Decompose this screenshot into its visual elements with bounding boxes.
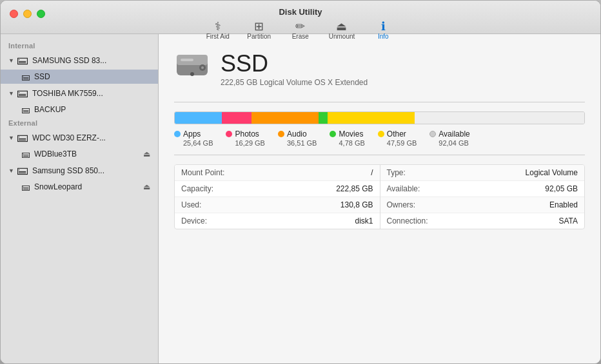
window-title: Disk Utility — [279, 7, 322, 17]
svg-rect-4 — [181, 59, 193, 61]
first-aid-button[interactable]: ⚕ First Aid — [199, 19, 237, 41]
connection-value: SATA — [558, 216, 578, 225]
legend-value-movies: 4,78 GB — [330, 139, 364, 147]
legend-label-available: Available — [438, 129, 469, 139]
sidebar-item-samsung-ssd[interactable]: ▼ 🖴 SAMSUNG SSD 83... — [1, 51, 158, 70]
legend-label-other: Other — [387, 129, 406, 139]
legend-label-photos: Photos — [235, 129, 259, 139]
backup-label: BACKUP — [34, 105, 66, 114]
legend-movies: Movies 4,78 GB — [330, 129, 364, 147]
erase-button[interactable]: ✏ Erase — [281, 19, 320, 41]
toshiba-label: TOSHIBA MK7559... — [32, 89, 103, 98]
usage-bar — [174, 111, 585, 124]
volume-icon-wdblue: 🖴 — [21, 149, 30, 159]
first-aid-label: First Aid — [206, 33, 230, 40]
sidebar-item-toshiba[interactable]: ▼ 🖴 TOSHIBA MK7559... — [1, 84, 158, 102]
minimize-button[interactable] — [23, 10, 32, 18]
separator-2 — [174, 155, 585, 155]
used-value: 130,8 GB — [340, 200, 373, 209]
erase-label: Erase — [292, 33, 309, 40]
disk-subtitle: 222,85 GB Logical Volume OS X Extended — [221, 78, 368, 87]
usage-bar-container: Apps 25,64 GB Photos 16,29 GB — [174, 111, 585, 147]
partition-label: Partition — [247, 33, 271, 40]
volume-icon-backup: 🖴 — [21, 104, 30, 115]
legend-value-other: 47,59 GB — [378, 139, 417, 147]
samsung-ssd-label: SAMSUNG SSD 83... — [32, 56, 106, 65]
eject-snowleopard-button[interactable]: ⏏ — [143, 182, 150, 191]
used-label: Used: — [181, 200, 201, 209]
erase-icon: ✏ — [295, 21, 305, 32]
unmount-label: Unmount — [329, 33, 355, 40]
mount-point-value: / — [371, 168, 373, 177]
usage-other — [328, 112, 415, 124]
sidebar-item-wdblue[interactable]: 🖴 WDBlue3TB ⏏ — [1, 147, 158, 161]
volume-icon-snowleopard: 🖴 — [21, 182, 30, 192]
ssd-label: SSD — [34, 72, 50, 81]
disk-utility-window: Disk Utility ⚕ First Aid ⊞ Partition ✏ E… — [0, 0, 601, 364]
legend-value-available: 92,04 GB — [429, 139, 468, 147]
maximize-button[interactable] — [37, 10, 45, 18]
partition-button[interactable]: ⊞ Partition — [240, 19, 279, 41]
info-button[interactable]: ℹ Info — [364, 19, 402, 41]
sidebar-item-snowleopard[interactable]: 🖴 SnowLeopard ⏏ — [1, 180, 158, 194]
partition-icon: ⊞ — [254, 21, 264, 32]
snowleopard-label: SnowLeopard — [34, 182, 82, 191]
info-capacity: Capacity: 222,85 GB — [175, 181, 380, 197]
mount-point-label: Mount Point: — [181, 168, 224, 177]
legend-dot-photos — [226, 131, 232, 137]
chevron-icon-toshiba: ▼ — [8, 90, 14, 97]
disk-icon-850: 🖴 — [17, 164, 28, 177]
chevron-icon-wdc: ▼ — [8, 135, 14, 141]
usage-movies — [319, 112, 327, 124]
info-used: Used: 130,8 GB — [175, 197, 380, 213]
disk-icon-wdc: 🖴 — [17, 131, 28, 144]
titlebar: Disk Utility ⚕ First Aid ⊞ Partition ✏ E… — [1, 1, 600, 34]
disk-name: SSD — [221, 52, 368, 75]
eject-wdblue-button[interactable]: ⏏ — [143, 149, 150, 158]
device-value: disk1 — [355, 216, 373, 225]
info-col-right: Type: Logical Volume Available: 92,05 GB… — [380, 165, 585, 229]
device-label: Device: — [181, 216, 207, 225]
available-label: Available: — [387, 184, 420, 193]
toolbar: ⚕ First Aid ⊞ Partition ✏ Erase ⏏ Unmoun… — [199, 19, 403, 41]
sidebar-item-samsung850[interactable]: ▼ 🖴 Samsung SSD 850... — [1, 161, 158, 180]
usage-available — [415, 112, 584, 124]
legend-value-audio: 36,51 GB — [278, 139, 317, 147]
legend-dot-audio — [278, 131, 284, 137]
close-button[interactable] — [10, 10, 18, 18]
info-table: Mount Point: / Capacity: 222,85 GB Used:… — [174, 164, 585, 229]
info-type: Type: Logical Volume — [380, 165, 585, 181]
info-mount-point: Mount Point: / — [175, 165, 380, 181]
capacity-label: Capacity: — [181, 184, 213, 193]
info-available: Available: 92,05 GB — [380, 181, 585, 197]
legend-label-movies: Movies — [339, 129, 363, 139]
legend-dot-movies — [330, 131, 336, 137]
disk-header: SSD 222,85 GB Logical Volume OS X Extend… — [174, 47, 585, 91]
unmount-icon: ⏏ — [336, 21, 347, 32]
wdc-label: WDC WD30 EZRZ-... — [32, 133, 106, 142]
legend-available: Available 92,04 GB — [429, 129, 469, 147]
legend-dot-available — [429, 131, 436, 137]
sidebar: Internal ▼ 🖴 SAMSUNG SSD 83... 🖴 SSD ▼ 🖴… — [1, 34, 159, 363]
legend-value-photos: 16,29 GB — [226, 139, 264, 147]
chevron-icon: ▼ — [8, 57, 14, 64]
legend-dot-apps — [174, 131, 181, 137]
sidebar-item-wdc[interactable]: ▼ 🖴 WDC WD30 EZRZ-... — [1, 128, 158, 147]
disk-info: SSD 222,85 GB Logical Volume OS X Extend… — [221, 52, 368, 87]
legend-label-audio: Audio — [287, 129, 307, 139]
sidebar-item-backup[interactable]: 🖴 BACKUP — [1, 102, 158, 117]
legend-audio: Audio 36,51 GB — [278, 129, 317, 147]
volume-icon-ssd: 🖴 — [21, 72, 30, 82]
legend-photos: Photos 16,29 GB — [226, 129, 264, 147]
connection-label: Connection: — [387, 216, 428, 225]
usage-audio — [251, 112, 319, 124]
disk-icon-toshiba: 🖴 — [17, 86, 28, 100]
wdblue-label: WDBlue3TB — [34, 149, 77, 158]
info-col-left: Mount Point: / Capacity: 222,85 GB Used:… — [175, 165, 380, 229]
separator-1 — [174, 102, 585, 102]
legend-label-apps: Apps — [183, 129, 201, 139]
unmount-button[interactable]: ⏏ Unmount — [322, 19, 362, 41]
sidebar-item-ssd[interactable]: 🖴 SSD — [1, 70, 158, 84]
owners-value: Enabled — [549, 200, 578, 209]
type-value: Logical Volume — [526, 168, 578, 177]
